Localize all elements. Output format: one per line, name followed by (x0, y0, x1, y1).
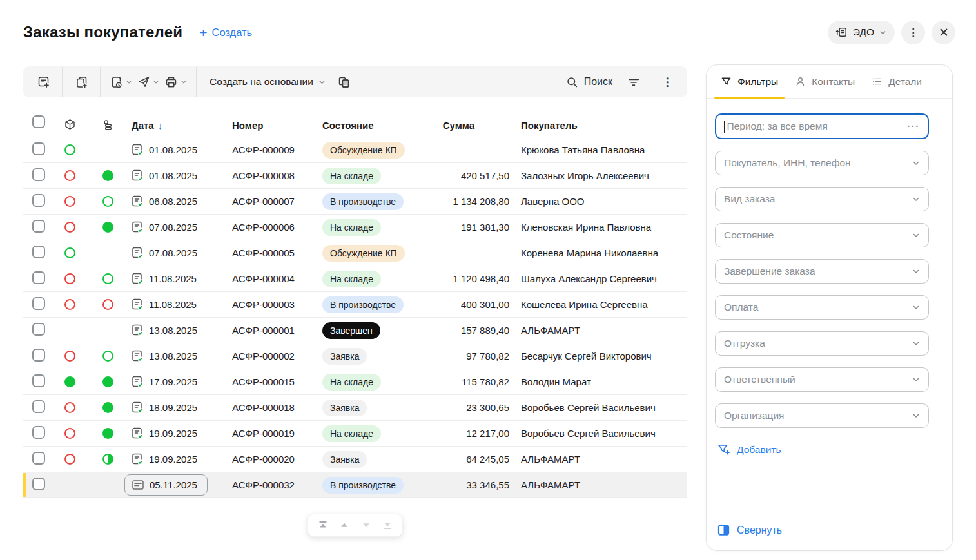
document-check-icon (132, 247, 144, 259)
sum-column-header[interactable]: Сумма (419, 120, 509, 131)
collapse-panel-button[interactable]: Свернуть (717, 524, 782, 536)
table-row[interactable]: 19.09.2025АСФР-000020Заявка64 245,05АЛЬФ… (23, 447, 687, 472)
edo-button[interactable]: ЭДО (828, 21, 895, 44)
order-buyer: Крюкова Татьяна Павловна (509, 144, 687, 155)
new-document-button[interactable] (31, 70, 55, 93)
row-checkbox[interactable] (32, 426, 45, 439)
table-row[interactable]: 05.11.2025АСФР-000032В производстве33 34… (23, 472, 687, 498)
text-caret (724, 121, 725, 133)
order-buyer: АЛЬФАМАРТ (509, 325, 687, 336)
tab-contacts[interactable]: Контакты (788, 65, 861, 98)
period-filter-input[interactable]: Период: за все время ··· (715, 113, 929, 139)
shipment-status-icon (64, 222, 75, 233)
status-badge: На складе (322, 374, 381, 391)
first-page-button[interactable] (313, 516, 333, 535)
page-more-menu-button[interactable]: ⋮ (901, 21, 925, 44)
date-input[interactable]: 05.11.2025 (124, 474, 208, 496)
table-row[interactable]: 11.08.2025АСФР-000003В производстве400 3… (23, 292, 687, 318)
order-sum: 33 346,55 (419, 479, 509, 490)
table-row[interactable]: 06.08.2025АСФР-000007В производстве1 134… (23, 189, 687, 215)
filter-select-5[interactable]: Оплата (715, 295, 929, 320)
order-date: 07.08.2025 (149, 247, 197, 258)
row-checkbox[interactable] (32, 168, 45, 181)
row-checkbox[interactable] (32, 271, 45, 284)
document-history-button[interactable] (107, 70, 135, 93)
page-title: Заказы покупателей (23, 23, 182, 41)
filter-select-2[interactable]: Вид заказа (715, 187, 929, 211)
table-row[interactable]: 17.09.2025АСФР-000015На складе115 780,82… (23, 369, 687, 395)
filter-select-4[interactable]: Завершение заказа (715, 259, 929, 284)
row-checkbox[interactable] (32, 452, 45, 465)
row-checkbox[interactable] (32, 194, 45, 207)
create-based-on-button[interactable]: Создать на основании (203, 70, 332, 93)
filter-select-6[interactable]: Отгрузка (715, 331, 929, 356)
period-options-icon[interactable]: ··· (907, 121, 920, 132)
related-documents-button[interactable] (332, 70, 356, 93)
header-actions: ЭДО ⋮ (828, 21, 955, 44)
table-row[interactable]: 19.09.2025АСФР-000019На складе12 217,00В… (23, 421, 687, 447)
order-number: АСФР-000008 (232, 170, 322, 181)
number-column-header[interactable]: Номер (232, 120, 322, 131)
document-check-icon (132, 350, 144, 362)
print-button[interactable] (162, 70, 190, 93)
copy-document-button[interactable] (69, 70, 93, 93)
tab-filters[interactable]: Фильтры (714, 65, 785, 98)
shipment-status-icon (64, 351, 75, 362)
table-row[interactable]: 18.09.2025АСФР-000018Заявка23 300,65Воро… (23, 395, 687, 421)
chevron-down-icon (912, 159, 920, 167)
document-check-icon (132, 324, 144, 336)
row-checkbox[interactable] (32, 478, 45, 490)
select-all-checkbox[interactable] (32, 115, 45, 128)
payment-status-icon (102, 273, 113, 284)
date-column-header[interactable]: Дата ↓ (132, 120, 232, 131)
row-checkbox[interactable] (32, 349, 45, 362)
filter-select-7[interactable]: Ответственный (715, 367, 929, 392)
table-row[interactable]: 01.08.2025АСФР-000008На складе420 517,50… (23, 163, 687, 189)
table-row[interactable]: 07.08.2025АСФР-000006На складе191 381,30… (23, 215, 687, 240)
chevron-down-icon (912, 376, 920, 383)
document-check-icon (132, 427, 144, 439)
filter-select-8[interactable]: Организация (715, 403, 929, 428)
next-page-button[interactable] (356, 516, 376, 535)
create-order-button[interactable]: + Создать (199, 26, 252, 39)
shipment-status-icon (64, 454, 75, 465)
row-checkbox[interactable] (32, 142, 45, 155)
send-button[interactable] (135, 70, 162, 93)
previous-page-button[interactable] (334, 516, 355, 535)
filter-select-1[interactable]: Покупатель, ИНН, телефон (715, 151, 929, 175)
sort-desc-icon: ↓ (158, 120, 163, 131)
buyer-column-header[interactable]: Покупатель (509, 120, 687, 131)
state-column-header[interactable]: Состояние (322, 120, 419, 131)
row-checkbox[interactable] (32, 323, 45, 336)
row-checkbox[interactable] (32, 297, 45, 310)
last-page-button[interactable] (377, 516, 398, 535)
add-filter-button[interactable]: Добавить (717, 443, 781, 456)
tab-details[interactable]: Детали (865, 65, 928, 98)
status-badge: Заявка (322, 400, 367, 416)
status-badge: Завершен (322, 322, 380, 339)
table-row[interactable]: 11.08.2025АСФР-000004На складе1 120 498,… (23, 266, 687, 292)
row-checkbox[interactable] (32, 374, 45, 387)
payment-status-icon (102, 351, 113, 362)
order-sum: 157 889,40 (419, 325, 509, 336)
order-sum: 400 301,00 (419, 299, 509, 310)
close-button[interactable] (932, 21, 955, 44)
document-exchange-icon (835, 26, 848, 39)
row-checkbox[interactable] (32, 246, 45, 258)
plus-icon: + (199, 26, 207, 39)
row-checkbox[interactable] (32, 220, 45, 233)
table-row[interactable]: 13.08.2025АСФР-000002Заявка97 780,82Беса… (23, 343, 687, 369)
toolbar-divider (100, 67, 101, 97)
filter-select-3[interactable]: Состояние (715, 223, 929, 247)
row-checkbox[interactable] (32, 400, 45, 413)
payment-status-icon (102, 428, 113, 439)
table-row[interactable]: 01.08.2025АСФР-000009Обсуждение КПКрюков… (23, 137, 687, 163)
kebab-icon: ⋮ (908, 26, 919, 39)
table-row[interactable]: 07.08.2025АСФР-000005Обсуждение КПКорене… (23, 240, 687, 266)
table-filter-button[interactable] (621, 70, 646, 93)
toolbar-more-button[interactable]: ⋮ (655, 70, 679, 93)
search-button[interactable]: Поиск (566, 70, 612, 93)
toolbar-divider (62, 67, 63, 97)
chevron-down-icon (126, 79, 132, 85)
table-row[interactable]: 13.08.2025АСФР-000001Завершен157 889,40А… (23, 318, 687, 343)
